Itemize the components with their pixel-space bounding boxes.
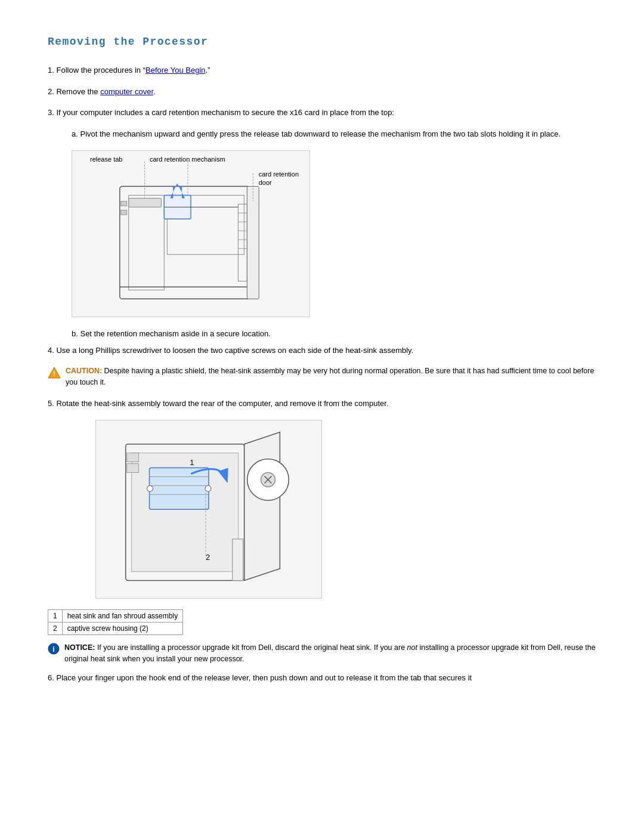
diagram-2: 1 2 (95, 420, 322, 599)
svg-rect-1 (129, 195, 165, 290)
svg-text:i: i (52, 645, 54, 654)
diagram-1: release tab card retention mechanism car… (72, 150, 310, 317)
step-3-number: 3. (48, 108, 54, 117)
caution-icon: ! (48, 366, 61, 379)
legend-row-1: 1 heat sink and fan shroud assembly (48, 610, 183, 623)
notice-icon: i (48, 643, 60, 655)
step-3-text: If your computer includes a card retenti… (56, 108, 394, 117)
notice-body: If you are installing a processor upgrad… (64, 643, 596, 663)
svg-point-38 (147, 485, 153, 491)
step-6-text: Place your finger upon the hook end of t… (56, 673, 472, 682)
step-5: 5. Rotate the heat-sink assembly toward … (48, 398, 596, 410)
step-4-text: Use a long Phillips screwdriver to loose… (56, 346, 413, 355)
caution-text: CAUTION: Despite having a plastic shield… (66, 366, 596, 388)
label-card-retention-door: card retentiondoor (259, 170, 299, 187)
sub-step-b-text: Set the retention mechanism aside in a s… (80, 329, 270, 338)
step-2-number: 2. (48, 87, 54, 96)
diagram-1-container: release tab card retention mechanism car… (72, 150, 596, 317)
legend-2-label: captive screw housing (2) (62, 623, 182, 635)
sub-step-a-text: Pivot the mechanism upward and gently pr… (80, 129, 561, 138)
notice-box: i NOTICE: If you are installing a proces… (48, 642, 596, 665)
svg-rect-15 (121, 210, 127, 215)
step-5-number: 5. (48, 399, 54, 408)
svg-rect-16 (247, 187, 259, 299)
step-4-number: 4. (48, 346, 54, 355)
svg-point-39 (205, 485, 211, 491)
diagram-2-svg: 1 2 (96, 420, 321, 598)
step-6-number: 6. (48, 673, 54, 682)
caution-box: ! CAUTION: Despite having a plastic shie… (48, 366, 596, 388)
page-title: Removing the Processor (48, 36, 596, 48)
diagram-2-container: 1 2 (95, 420, 596, 599)
svg-text:1: 1 (190, 457, 194, 466)
svg-text:!: ! (53, 370, 55, 378)
step-2-text-before: Remove the (56, 87, 100, 96)
notice-text: NOTICE: If you are installing a processo… (64, 642, 596, 665)
svg-marker-23 (244, 432, 280, 581)
label-release-tab: release tab (90, 156, 122, 163)
legend-row-2: 2 captive screw housing (2) (48, 623, 183, 635)
sub-step-b-letter: b. (72, 329, 78, 338)
legend-2-num: 2 (48, 623, 63, 635)
caution-body: Despite having a plastic shield, the hea… (66, 367, 594, 386)
legend-1-label: heat sink and fan shroud assembly (62, 610, 182, 623)
svg-rect-36 (127, 463, 139, 472)
sub-step-a: a. Pivot the mechanism upward and gently… (72, 128, 596, 140)
step-5-text: Rotate the heat-sink assembly toward the… (56, 399, 388, 408)
before-you-begin-link[interactable]: Before You Begin (145, 66, 205, 75)
step-3: 3. If your computer includes a card rete… (48, 107, 596, 119)
step-1-text-after: .” (206, 66, 210, 75)
computer-cover-link[interactable]: computer cover (100, 87, 153, 96)
step-1-number: 1. (48, 66, 54, 75)
step-1: 1. Follow the procedures in “Before You … (48, 64, 596, 76)
svg-text:2: 2 (206, 553, 210, 562)
step-1-text-before: Follow the procedures in “ (56, 66, 145, 75)
step-2-text-after: . (153, 87, 156, 96)
sub-step-b: b. Set the retention mechanism aside in … (72, 328, 596, 340)
notice-label: NOTICE: (64, 643, 95, 652)
svg-rect-14 (121, 201, 127, 206)
sub-step-a-letter: a. (72, 129, 78, 138)
step-6: 6. Place your finger upon the hook end o… (48, 672, 596, 684)
svg-rect-11 (129, 198, 162, 207)
legend-1-num: 1 (48, 610, 63, 623)
svg-rect-3 (238, 204, 247, 281)
caution-label: CAUTION: (66, 367, 102, 375)
svg-rect-35 (127, 453, 139, 462)
svg-rect-25 (150, 467, 209, 509)
step-4: 4. Use a long Phillips screwdriver to lo… (48, 345, 596, 357)
step-2: 2. Remove the computer cover. (48, 86, 596, 98)
legend-table: 1 heat sink and fan shroud assembly 2 ca… (48, 609, 183, 635)
svg-rect-37 (233, 539, 243, 581)
label-card-retention-mechanism: card retention mechanism (150, 156, 225, 163)
